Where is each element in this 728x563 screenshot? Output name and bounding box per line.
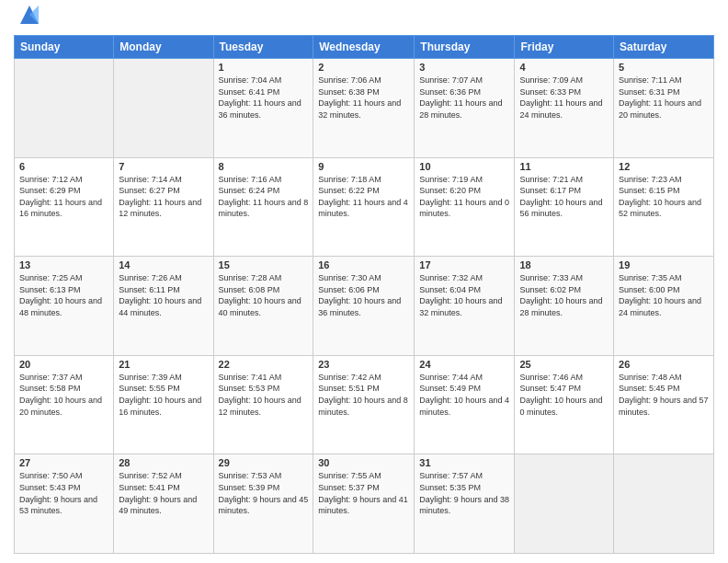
calendar-cell: 4Sunrise: 7:09 AM Sunset: 6:33 PM Daylig… [515,59,614,158]
day-info: Sunrise: 7:53 AM Sunset: 5:39 PM Dayligh… [219,470,309,516]
day-number: 15 [219,259,309,270]
calendar-cell: 24Sunrise: 7:44 AM Sunset: 5:49 PM Dayli… [415,355,515,454]
logo-icon [17,2,42,28]
day-info: Sunrise: 7:06 AM Sunset: 6:38 PM Dayligh… [318,75,409,121]
calendar-cell: 21Sunrise: 7:39 AM Sunset: 5:55 PM Dayli… [114,355,213,454]
day-number: 11 [519,161,609,172]
day-number: 5 [619,62,709,73]
weekday-header: Tuesday [213,36,313,59]
calendar-cell: 30Sunrise: 7:55 AM Sunset: 5:37 PM Dayli… [313,454,415,554]
day-number: 24 [419,359,509,370]
day-number: 26 [619,359,709,370]
header [14,9,714,28]
calendar-cell: 12Sunrise: 7:23 AM Sunset: 6:15 PM Dayli… [614,157,714,257]
weekday-header: Monday [114,36,213,59]
day-info: Sunrise: 7:09 AM Sunset: 6:33 PM Dayligh… [519,75,609,121]
calendar-table: SundayMondayTuesdayWednesdayThursdayFrid… [14,35,714,554]
day-info: Sunrise: 7:26 AM Sunset: 6:11 PM Dayligh… [119,272,208,318]
calendar-cell: 16Sunrise: 7:30 AM Sunset: 6:06 PM Dayli… [313,257,415,356]
day-info: Sunrise: 7:12 AM Sunset: 6:29 PM Dayligh… [19,174,108,220]
calendar-cell: 2Sunrise: 7:06 AM Sunset: 6:38 PM Daylig… [313,59,415,158]
calendar-cell: 19Sunrise: 7:35 AM Sunset: 6:00 PM Dayli… [614,257,714,356]
calendar-cell: 8Sunrise: 7:16 AM Sunset: 6:24 PM Daylig… [213,157,313,257]
day-info: Sunrise: 7:25 AM Sunset: 6:13 PM Dayligh… [19,272,108,318]
day-number: 28 [119,457,208,468]
calendar-cell: 10Sunrise: 7:19 AM Sunset: 6:20 PM Dayli… [415,157,515,257]
calendar-cell [15,59,114,158]
header-row: SundayMondayTuesdayWednesdayThursdayFrid… [15,36,714,59]
calendar-cell: 31Sunrise: 7:57 AM Sunset: 5:35 PM Dayli… [415,454,515,554]
day-info: Sunrise: 7:39 AM Sunset: 5:55 PM Dayligh… [119,372,208,418]
day-number: 21 [119,359,208,370]
day-info: Sunrise: 7:18 AM Sunset: 6:22 PM Dayligh… [318,174,409,220]
weekday-header: Saturday [614,36,714,59]
day-info: Sunrise: 7:28 AM Sunset: 6:08 PM Dayligh… [219,272,309,318]
calendar-cell: 11Sunrise: 7:21 AM Sunset: 6:17 PM Dayli… [515,157,614,257]
calendar-cell: 6Sunrise: 7:12 AM Sunset: 6:29 PM Daylig… [15,157,114,257]
day-number: 1 [219,62,309,73]
day-info: Sunrise: 7:04 AM Sunset: 6:41 PM Dayligh… [219,75,309,121]
day-number: 18 [519,259,609,270]
day-number: 25 [519,359,609,370]
day-number: 27 [19,457,108,468]
calendar-cell: 14Sunrise: 7:26 AM Sunset: 6:11 PM Dayli… [114,257,213,356]
day-info: Sunrise: 7:50 AM Sunset: 5:43 PM Dayligh… [19,470,108,516]
calendar-cell: 7Sunrise: 7:14 AM Sunset: 6:27 PM Daylig… [114,157,213,257]
calendar-week-row: 27Sunrise: 7:50 AM Sunset: 5:43 PM Dayli… [15,454,714,554]
calendar-header: SundayMondayTuesdayWednesdayThursdayFrid… [15,36,714,59]
day-number: 7 [119,161,208,172]
day-info: Sunrise: 7:55 AM Sunset: 5:37 PM Dayligh… [318,470,409,516]
day-info: Sunrise: 7:48 AM Sunset: 5:45 PM Dayligh… [619,372,709,418]
calendar-cell: 17Sunrise: 7:32 AM Sunset: 6:04 PM Dayli… [415,257,515,356]
day-info: Sunrise: 7:44 AM Sunset: 5:49 PM Dayligh… [419,372,509,418]
page: SundayMondayTuesdayWednesdayThursdayFrid… [0,0,728,563]
calendar-cell: 1Sunrise: 7:04 AM Sunset: 6:41 PM Daylig… [213,59,313,158]
calendar-cell: 23Sunrise: 7:42 AM Sunset: 5:51 PM Dayli… [313,355,415,454]
day-number: 22 [219,359,309,370]
calendar-cell [114,59,213,158]
calendar-cell: 25Sunrise: 7:46 AM Sunset: 5:47 PM Dayli… [515,355,614,454]
day-number: 6 [19,161,108,172]
day-number: 17 [419,259,509,270]
calendar-week-row: 20Sunrise: 7:37 AM Sunset: 5:58 PM Dayli… [15,355,714,454]
day-info: Sunrise: 7:46 AM Sunset: 5:47 PM Dayligh… [519,372,609,418]
day-info: Sunrise: 7:14 AM Sunset: 6:27 PM Dayligh… [119,174,208,220]
day-number: 3 [419,62,509,73]
calendar-cell: 27Sunrise: 7:50 AM Sunset: 5:43 PM Dayli… [15,454,114,554]
day-number: 8 [219,161,309,172]
day-info: Sunrise: 7:19 AM Sunset: 6:20 PM Dayligh… [419,174,509,220]
calendar-cell: 28Sunrise: 7:52 AM Sunset: 5:41 PM Dayli… [114,454,213,554]
day-info: Sunrise: 7:21 AM Sunset: 6:17 PM Dayligh… [519,174,609,220]
calendar-cell: 20Sunrise: 7:37 AM Sunset: 5:58 PM Dayli… [15,355,114,454]
calendar-cell [614,454,714,554]
day-number: 10 [419,161,509,172]
day-number: 29 [219,457,309,468]
day-number: 13 [19,259,108,270]
calendar-cell: 13Sunrise: 7:25 AM Sunset: 6:13 PM Dayli… [15,257,114,356]
calendar-cell: 9Sunrise: 7:18 AM Sunset: 6:22 PM Daylig… [313,157,415,257]
calendar-cell: 22Sunrise: 7:41 AM Sunset: 5:53 PM Dayli… [213,355,313,454]
calendar-cell: 18Sunrise: 7:33 AM Sunset: 6:02 PM Dayli… [515,257,614,356]
day-info: Sunrise: 7:33 AM Sunset: 6:02 PM Dayligh… [519,272,609,318]
day-number: 14 [119,259,208,270]
day-number: 16 [318,259,409,270]
day-info: Sunrise: 7:42 AM Sunset: 5:51 PM Dayligh… [318,372,409,418]
day-info: Sunrise: 7:11 AM Sunset: 6:31 PM Dayligh… [619,75,709,121]
day-info: Sunrise: 7:07 AM Sunset: 6:36 PM Dayligh… [419,75,509,121]
day-number: 31 [419,457,509,468]
calendar-week-row: 1Sunrise: 7:04 AM Sunset: 6:41 PM Daylig… [15,59,714,158]
day-number: 4 [519,62,609,73]
calendar-cell: 3Sunrise: 7:07 AM Sunset: 6:36 PM Daylig… [415,59,515,158]
day-info: Sunrise: 7:41 AM Sunset: 5:53 PM Dayligh… [219,372,309,418]
day-info: Sunrise: 7:57 AM Sunset: 5:35 PM Dayligh… [419,470,509,516]
day-info: Sunrise: 7:30 AM Sunset: 6:06 PM Dayligh… [318,272,409,318]
calendar-week-row: 6Sunrise: 7:12 AM Sunset: 6:29 PM Daylig… [15,157,714,257]
calendar-cell: 15Sunrise: 7:28 AM Sunset: 6:08 PM Dayli… [213,257,313,356]
day-number: 20 [19,359,108,370]
day-info: Sunrise: 7:35 AM Sunset: 6:00 PM Dayligh… [619,272,709,318]
calendar-cell: 29Sunrise: 7:53 AM Sunset: 5:39 PM Dayli… [213,454,313,554]
day-info: Sunrise: 7:23 AM Sunset: 6:15 PM Dayligh… [619,174,709,220]
day-info: Sunrise: 7:32 AM Sunset: 6:04 PM Dayligh… [419,272,509,318]
day-info: Sunrise: 7:37 AM Sunset: 5:58 PM Dayligh… [19,372,108,418]
weekday-header: Wednesday [313,36,415,59]
